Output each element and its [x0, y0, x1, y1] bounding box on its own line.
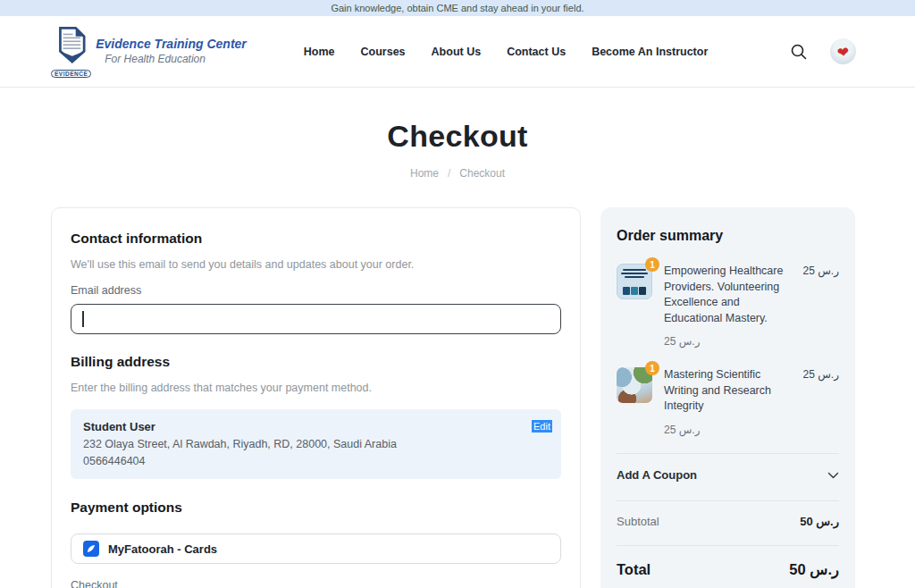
document-shield-icon — [54, 26, 89, 69]
site-header: EVIDENCE Evidence Training Center For He… — [0, 16, 915, 88]
billing-phone: 0566446404 — [83, 455, 549, 467]
quantity-badge: 1 — [645, 361, 659, 375]
payment-heading: Payment options — [71, 500, 561, 516]
item-price: 25 ر.س — [803, 264, 839, 348]
breadcrumb-current: Checkout — [459, 167, 505, 180]
user-avatar[interactable]: ❤ — [830, 38, 856, 64]
breadcrumb: Home / Checkout — [0, 167, 915, 180]
chevron-down-icon — [827, 467, 839, 483]
order-summary-card: Order summary 1 E — [600, 207, 855, 588]
myfatoorah-icon — [83, 541, 99, 557]
contact-description: We'll use this email to send you details… — [71, 258, 561, 271]
heart-icon: ❤ — [836, 45, 851, 61]
main-nav: Home Courses About Us Contact Us Become … — [304, 46, 708, 58]
divider — [617, 453, 839, 454]
billing-address: 232 Olaya Street, Al Rawdah, Riyadh, RD,… — [83, 438, 549, 450]
breadcrumb-separator: / — [448, 167, 450, 180]
announcement-bar: Gain knowledge, obtain CME and stay ahea… — [0, 0, 915, 16]
subtotal-label: Subtotal — [617, 515, 659, 528]
order-item: 1 Empowering Healthcare Providers. Volun… — [617, 264, 839, 348]
total-value: 50 ر.س — [789, 561, 839, 578]
nav-courses[interactable]: Courses — [361, 46, 406, 58]
nav-about-us[interactable]: About Us — [432, 46, 482, 58]
order-summary-heading: Order summary — [617, 228, 839, 244]
brand-logo[interactable]: EVIDENCE Evidence Training Center For He… — [51, 26, 247, 78]
coupon-label: Add A Coupon — [617, 468, 697, 482]
add-coupon-toggle[interactable]: Add A Coupon — [617, 467, 839, 483]
total-label: Total — [617, 561, 651, 578]
page-title: Checkout — [0, 119, 915, 154]
edit-billing-button[interactable]: Edit — [532, 420, 552, 433]
item-unit-price: 25 ر.س — [664, 424, 798, 436]
contact-heading: Contact information — [71, 231, 561, 247]
total-row: Total 50 ر.س — [617, 561, 839, 578]
billing-address-card: Student User 232 Olaya Street, Al Rawdah… — [71, 409, 561, 479]
divider — [617, 500, 839, 501]
page-head: Checkout Home / Checkout — [0, 88, 915, 180]
billing-description: Enter the billing address that matches y… — [71, 382, 561, 394]
breadcrumb-home[interactable]: Home — [410, 167, 439, 180]
brand-name: Evidence Training Center — [96, 37, 247, 51]
item-unit-price: 25 ر.س — [664, 335, 798, 348]
text-cursor — [82, 311, 84, 327]
payment-method-option[interactable]: MyFatoorah - Cards — [71, 533, 561, 564]
checkout-label: Checkout — [71, 579, 561, 588]
quantity-badge: 1 — [645, 257, 659, 272]
divider — [617, 545, 839, 546]
announcement-text: Gain knowledge, obtain CME and stay ahea… — [331, 3, 583, 13]
subtotal-value: 50 ر.س — [800, 515, 839, 528]
item-title: Mastering Scientific Writing and Researc… — [664, 367, 798, 415]
nav-become-instructor[interactable]: Become An Instructor — [592, 46, 708, 58]
brand-badge: EVIDENCE — [51, 70, 91, 78]
billing-heading: Billing address — [71, 354, 561, 370]
brand-tagline: For Health Education — [105, 53, 247, 65]
checkout-layout: Contact information We'll use this email… — [51, 207, 915, 588]
search-icon[interactable] — [790, 43, 808, 61]
nav-contact-us[interactable]: Contact Us — [507, 46, 566, 58]
item-title: Empowering Healthcare Providers. Volunte… — [664, 264, 798, 326]
billing-name: Student User — [83, 420, 549, 433]
checkout-form-card: Contact information We'll use this email… — [51, 207, 581, 588]
payment-method-label: MyFatoorah - Cards — [108, 542, 217, 556]
nav-home[interactable]: Home — [304, 46, 335, 58]
order-item: 1 Mastering Scientific Writing and Resea… — [617, 367, 839, 436]
email-label: Email address — [71, 284, 561, 297]
item-price: 25 ر.س — [803, 367, 839, 436]
email-field[interactable] — [71, 304, 561, 334]
subtotal-row: Subtotal 50 ر.س — [617, 515, 839, 528]
